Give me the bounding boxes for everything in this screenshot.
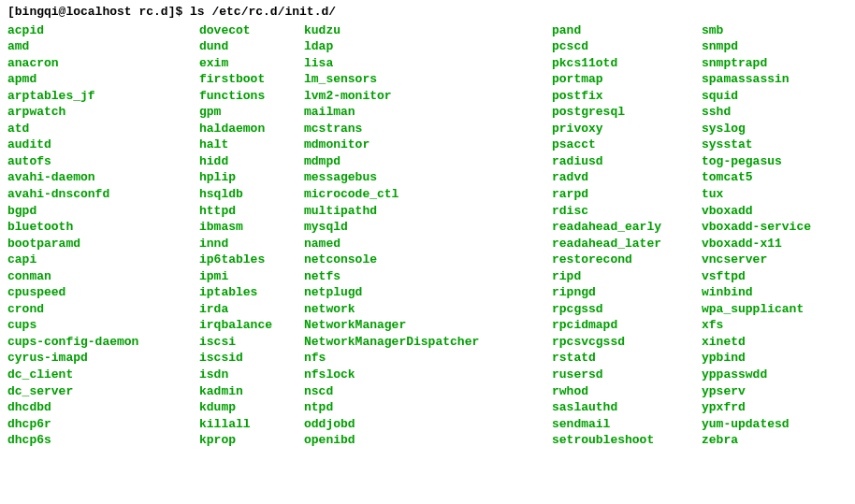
listing-cell: radvd [552,169,702,186]
listing-row: arpwatchgpmmailmanpostgresqlsshd [7,104,848,121]
listing-cell: nfslock [304,367,552,383]
file-entry: acpid [7,23,44,37]
listing-cell: nscd [304,383,552,400]
listing-cell: saslauthd [552,399,702,416]
listing-row: dhcp6rkillalloddjobdsendmailyum-updatesd [7,416,848,433]
listing-cell: wpa_supplicant [702,301,804,318]
listing-row: autofshiddmdmpdradiusdtog-pegasus [7,153,848,170]
listing-cell: kprop [199,432,304,449]
listing-cell: setroubleshoot [552,432,702,449]
listing-cell: ldap [304,38,552,55]
listing-cell: netfs [304,268,552,285]
listing-cell: mdmonitor [304,137,552,153]
file-entry: dhcdbd [7,400,51,414]
file-entry: saslauthd [552,400,617,414]
listing-cell: kdump [199,399,304,416]
listing-cell: iscsi [199,334,304,351]
file-entry: radiusd [552,154,603,168]
file-entry: privoxy [552,122,603,136]
file-entry: kprop [199,433,236,447]
listing-row: avahi-daemonhplipmessagebusradvdtomcat5 [7,169,848,186]
listing-cell: xinetd [702,334,746,351]
file-entry: readahead_later [552,237,661,251]
file-entry: mdmpd [304,154,341,168]
listing-cell: named [304,236,552,252]
file-entry: portmap [552,72,603,86]
listing-cell: iscsid [199,350,304,367]
listing-row: cups-config-daemoniscsiNetworkManagerDis… [7,334,848,351]
file-entry: ip6tables [199,252,265,266]
listing-cell: restorecond [552,252,702,268]
listing-cell: snmpd [702,38,738,55]
file-entry: ypxfrd [702,400,746,414]
listing-cell: gpm [199,104,304,121]
file-entry: kdump [199,400,236,414]
listing-cell: ibmasm [199,219,304,236]
listing-cell: cyrus-imapd [7,350,199,367]
listing-cell: pcscd [552,38,702,55]
file-entry: vboxadd-x11 [702,237,782,251]
file-entry: dhcp6r [7,417,51,431]
listing-cell: sendmail [552,416,702,433]
file-entry: squid [702,89,738,103]
file-entry: mailman [304,105,355,119]
file-entry: pkcs11otd [552,56,617,70]
listing-cell: messagebus [304,169,552,186]
listing-row: atdhaldaemonmcstransprivoxysyslog [7,121,848,137]
listing-cell: ripngd [552,284,702,301]
file-entry: hsqldb [199,187,243,201]
listing-cell: conman [7,268,199,285]
listing-row: arptables_jffunctionslvm2-monitorpostfix… [7,88,848,105]
file-entry: wpa_supplicant [702,302,804,316]
file-entry: avahi-daemon [7,170,95,184]
listing-cell: rusersd [552,367,702,383]
listing-cell: lvm2-monitor [304,88,552,105]
file-entry: amd [7,39,29,53]
file-entry: tog-pegasus [702,154,782,168]
listing-cell: haldaemon [199,121,304,137]
listing-cell: vboxadd-x11 [702,236,782,252]
file-entry: cpuspeed [7,285,65,299]
file-entry: rdisc [552,204,588,218]
listing-cell: arpwatch [7,104,199,121]
listing-cell: autofs [7,153,199,170]
file-entry: dc_server [7,384,73,398]
file-entry: innd [199,237,228,251]
file-entry: restorecond [552,252,632,266]
listing-cell: vboxadd [702,203,753,220]
file-entry: vncserver [702,252,767,266]
listing-cell: zebra [702,432,738,449]
file-entry: nscd [304,384,333,398]
listing-cell: radiusd [552,153,702,170]
listing-cell: irda [199,301,304,318]
listing-row: avahi-dnsconfdhsqldbmicrocode_ctlrarpdtu… [7,186,848,203]
listing-row: bgpdhttpdmultipathdrdiscvboxadd [7,203,848,220]
listing-row: bootparamdinndnamedreadahead_latervboxad… [7,236,848,252]
file-entry: vboxadd-service [702,220,811,234]
listing-cell: apmd [7,71,199,88]
listing-row: amddundldappcscdsnmpd [7,38,848,55]
directory-listing: acpiddovecotkudzupandsmbamddundldappcscd… [7,22,848,449]
file-entry: haldaemon [199,122,265,136]
listing-cell: netplugd [304,284,552,301]
file-entry: functions [199,89,265,103]
file-entry: dovecot [199,23,251,37]
listing-cell: ypserv [702,383,746,400]
listing-cell: bgpd [7,203,199,220]
file-entry: iptables [199,285,257,299]
file-entry: kudzu [304,23,341,37]
listing-cell: acpid [7,22,199,39]
listing-row: acpiddovecotkudzupandsmb [7,22,848,39]
file-entry: kadmin [199,384,243,398]
file-entry: netplugd [304,285,362,299]
listing-cell: pkcs11otd [552,55,702,72]
file-entry: yppasswdd [702,367,767,382]
listing-cell: atd [7,121,199,137]
listing-cell: halt [199,137,304,153]
listing-cell: exim [199,55,304,72]
listing-cell: ipmi [199,268,304,285]
file-entry: zebra [702,433,738,447]
listing-cell: readahead_early [552,219,702,236]
file-entry: nfslock [304,367,355,382]
listing-cell: functions [199,88,304,105]
